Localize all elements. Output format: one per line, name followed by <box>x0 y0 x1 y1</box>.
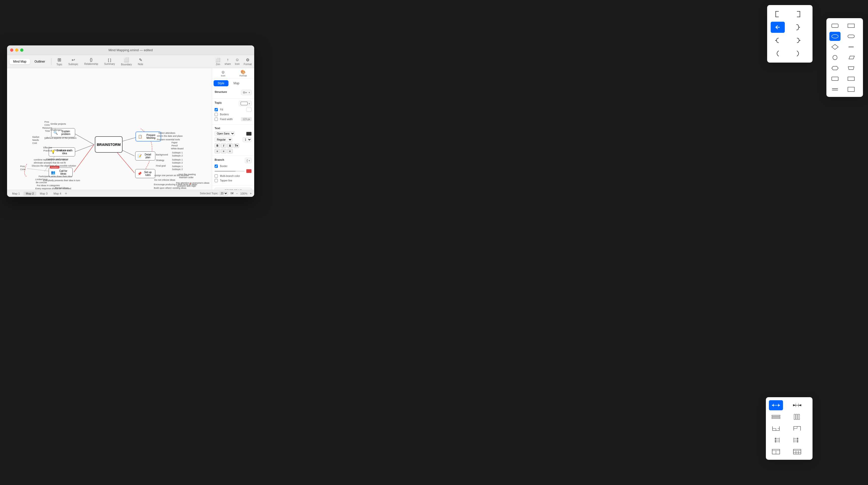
tapper-checkbox[interactable] <box>215 179 218 182</box>
shape-rect3[interactable] <box>845 85 857 94</box>
tool-topic[interactable]: ⊞ Topic <box>54 56 65 67</box>
shape-dash[interactable] <box>845 42 857 52</box>
fixed-width-checkbox[interactable] <box>215 118 218 121</box>
branch-control[interactable]: { ▾ <box>245 158 252 163</box>
format-tab[interactable]: 🎨 Format <box>234 69 252 77</box>
italic-button[interactable]: I <box>221 143 226 148</box>
close-button[interactable] <box>10 49 13 52</box>
shape-arc-right[interactable] <box>791 48 805 59</box>
structure-section: Structure ⊟∞ ▾ <box>212 88 254 99</box>
shape-arrow-multi-r[interactable] <box>790 435 804 445</box>
shape-arc-left[interactable] <box>771 48 785 59</box>
reset-style-button[interactable]: RESET STYLE <box>215 188 252 190</box>
text-style-button[interactable]: T▾ <box>234 143 239 148</box>
shape-fork-right[interactable] <box>791 35 805 46</box>
bullet-1 <box>190 183 191 184</box>
text-color[interactable] <box>246 132 252 136</box>
shape-bracket-b[interactable] <box>790 423 804 433</box>
shape-table-2[interactable] <box>769 447 783 457</box>
tool-subtopic[interactable]: ↩ Subtopic <box>66 57 81 67</box>
bold-button[interactable]: B <box>215 143 220 148</box>
branch-icon: { <box>247 159 248 162</box>
canvas-area: BRAINSTORM 📋 Prepare Meeting 📝 Detail pl… <box>7 68 254 190</box>
style-tab[interactable]: Style <box>214 80 228 86</box>
shape-fork-left[interactable] <box>771 35 785 46</box>
node-set-up-rules[interactable]: 📌 Set up rules <box>135 169 155 178</box>
shape-arrow-multi-l[interactable] <box>769 435 783 445</box>
shape-triple-v[interactable] <box>790 412 804 422</box>
strikethrough-button[interactable]: S <box>227 143 233 148</box>
shape-arrow-left[interactable] <box>771 22 785 33</box>
border-slider[interactable] <box>215 171 245 172</box>
shape-double-arrow-h[interactable] <box>769 400 783 410</box>
shape-curly-right[interactable] <box>791 22 805 33</box>
bracket-right-top-svg <box>793 10 802 18</box>
shape-bracket-right-top[interactable] <box>791 8 805 20</box>
borders-checkbox[interactable] <box>215 113 218 116</box>
map-tab-4[interactable]: Map 4 <box>51 192 64 196</box>
map-tab-1[interactable]: Map 1 <box>9 192 23 196</box>
tool-note[interactable]: ✎ Note <box>135 57 146 67</box>
shape-triple-h[interactable] <box>769 412 783 422</box>
map-tab-3[interactable]: Map 3 <box>37 192 50 196</box>
zoom-in-button[interactable]: + <box>250 192 252 195</box>
format-buttons-row: B I S T▾ <box>215 143 252 148</box>
shape-ellipse[interactable] <box>829 32 840 41</box>
shape-stadium[interactable] <box>845 32 857 41</box>
align-right-button[interactable]: ≡ <box>227 149 233 153</box>
tool-relationship[interactable]: {} Relationship <box>82 57 101 66</box>
shape-bracket-t[interactable] <box>769 423 783 433</box>
tool-summary[interactable]: [ ] Summary <box>102 57 118 66</box>
shape-circle[interactable] <box>829 53 840 62</box>
shape-rect[interactable] <box>845 21 857 30</box>
parallelogram-svg <box>847 54 855 61</box>
topic-control[interactable]: ▾ <box>239 101 252 106</box>
tab-outliner[interactable]: Outliner <box>31 59 49 64</box>
tool-zen[interactable]: ⬜ Zen <box>215 58 220 66</box>
tool-boundary[interactable]: ⬜ Boundary <box>119 56 134 67</box>
shape-rounded-rect[interactable] <box>829 21 840 30</box>
node-detail-plan[interactable]: 📝 Detail plan <box>135 151 155 161</box>
canvas[interactable]: BRAINSTORM 📋 Prepare Meeting 📝 Detail pl… <box>7 68 212 190</box>
shape-rounded-rect2[interactable] <box>829 74 840 83</box>
border-checkbox[interactable] <box>215 165 218 168</box>
shape-bracket-left-top[interactable] <box>771 8 785 20</box>
font-select[interactable]: Open Sans <box>215 131 235 136</box>
node-brainstorm[interactable]: BRAINSTORM <box>95 136 123 153</box>
shape-rect2[interactable] <box>845 74 857 83</box>
size-select[interactable]: 11 <box>243 137 252 142</box>
map-tab[interactable]: Map <box>229 80 243 86</box>
structure-control[interactable]: ⊟∞ ▾ <box>241 90 252 95</box>
shape-diamond[interactable] <box>829 42 840 52</box>
fill-color[interactable] <box>246 108 252 112</box>
shape-parallelogram[interactable] <box>845 53 857 62</box>
align-center-button[interactable]: ≡ <box>221 149 226 153</box>
tool-format[interactable]: ⚙ Format <box>244 58 252 66</box>
branch-color[interactable] <box>246 169 252 173</box>
svg-line-5 <box>74 145 94 172</box>
selected-count-select[interactable]: 23 <box>219 192 228 195</box>
text-record-ideas: Record ideas <box>55 187 68 189</box>
svg-rect-15 <box>848 35 855 38</box>
text-subtopic2c: Subtopic 2 <box>172 168 183 171</box>
multi-branch-checkbox[interactable] <box>215 174 218 178</box>
icon-tab[interactable]: ☺ Icon <box>214 70 232 77</box>
weight-select[interactable]: Regular <box>215 137 232 142</box>
maximize-button[interactable] <box>20 49 24 52</box>
zen-icon: ⬜ <box>215 58 220 62</box>
tool-share[interactable]: ↑ share <box>224 58 231 66</box>
tool-icon[interactable]: ☺ Icon <box>235 58 240 66</box>
tab-mindmap[interactable]: Mind Map <box>9 59 30 64</box>
add-map-button[interactable]: + <box>65 191 67 196</box>
shape-table-3[interactable] <box>790 447 804 457</box>
shape-trapezoid[interactable] <box>845 64 857 73</box>
shape-double-dash[interactable] <box>829 85 840 94</box>
shape-hexagon[interactable] <box>829 64 840 73</box>
zoom-out-button[interactable]: − <box>236 192 238 195</box>
shape-bowtie[interactable] <box>790 400 804 410</box>
align-left-button[interactable]: ≡ <box>215 149 220 153</box>
map-tab-2[interactable]: Map 2 <box>24 192 36 196</box>
fill-checkbox[interactable] <box>215 108 218 111</box>
minimize-button[interactable] <box>15 49 19 52</box>
icon-tab-icon: ☺ <box>214 70 232 75</box>
